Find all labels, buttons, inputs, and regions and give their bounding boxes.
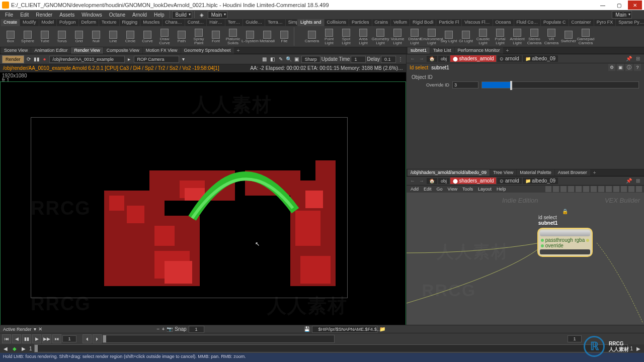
shelf-tab[interactable]: Populate C	[541, 19, 569, 26]
eyedrop-icon[interactable]: ✎	[277, 56, 284, 63]
menu-edit[interactable]: Edit	[17, 11, 32, 19]
frame-field[interactable]	[62, 335, 76, 342]
key-set-icon[interactable]: ◆	[11, 345, 18, 352]
shelf-tab[interactable]: Collisions	[325, 19, 349, 26]
plus-icon[interactable]: +	[162, 326, 165, 332]
menu-help[interactable]: Help	[151, 11, 168, 19]
tool-icon[interactable]	[560, 186, 567, 192]
tool-icon[interactable]	[545, 186, 551, 192]
color-icon[interactable]: ◧	[269, 56, 276, 63]
snap-field[interactable]: 1	[189, 326, 204, 333]
zoom-icon[interactable]: 🔍	[285, 56, 292, 63]
input-port[interactable]: passthrough	[545, 237, 573, 243]
tab-asset-browser[interactable]: Asset Browser	[555, 169, 590, 176]
add-tab-button[interactable]: +	[234, 47, 243, 54]
record-icon[interactable]: ●	[41, 56, 48, 63]
path-seg[interactable]: 📁 albedo_09	[523, 177, 558, 184]
tool-icon[interactable]	[613, 186, 619, 192]
shelf-tool-draw-curve[interactable]: Draw Curve	[156, 27, 173, 46]
shelf-tool-spray-paint[interactable]: Spray Paint	[190, 27, 207, 46]
play-button[interactable]: ▶	[32, 334, 41, 343]
shelf-tool-area-light[interactable]: Area Light	[355, 27, 372, 46]
shelf-tool-path[interactable]: Path	[173, 27, 190, 46]
path-seg[interactable]: ⬤ shaders_arnold	[450, 177, 496, 184]
shelf-tool-caustic-light[interactable]: Caustic Light	[474, 27, 492, 46]
last-frame-button[interactable]: ⏭	[52, 334, 61, 343]
remove-icon[interactable]: ✕	[38, 326, 42, 332]
shelf-tab[interactable]: Polygon	[57, 19, 78, 26]
expand-icon[interactable]: ⊞	[634, 178, 642, 184]
path-seg[interactable]: obj	[438, 56, 449, 62]
diff-icon[interactable]: ▣	[617, 64, 624, 71]
desktop-selector[interactable]: Build	[172, 11, 192, 19]
shelf-tab[interactable]: Terr…	[225, 19, 243, 26]
tab-mat-palette[interactable]: Material Palette	[517, 169, 554, 176]
home-icon[interactable]: 🏠	[427, 56, 437, 62]
shelf-tool-vr-camera[interactable]: VR Camera	[543, 27, 560, 46]
shelf-tab[interactable]: Container	[569, 19, 594, 26]
tab-render-view[interactable]: Render View	[71, 47, 103, 54]
range-end-button[interactable]: ⏵	[93, 334, 102, 343]
back-button[interactable]: ←	[409, 56, 417, 61]
shelf-tool-stereo-camera[interactable]: Stereo Camera	[526, 27, 543, 46]
dropdown-icon[interactable]: ▾	[34, 326, 36, 332]
shelf-tab-create[interactable]: Create	[1, 19, 20, 26]
shelf-tab[interactable]: Rigging	[120, 19, 140, 26]
shelf-tool-grid[interactable]: Grid	[70, 27, 88, 46]
folder-icon[interactable]: 📁	[379, 326, 385, 332]
shelf-tab[interactable]: Fluid Co…	[514, 19, 541, 26]
menu-octane[interactable]: Octane	[106, 11, 128, 19]
range-slider[interactable]	[34, 344, 628, 352]
pin-icon[interactable]: 📌	[625, 56, 633, 61]
shelf-tab[interactable]: Vellum	[391, 19, 410, 26]
tab-motion-fx[interactable]: Motion FX View	[143, 47, 181, 54]
play-back-button[interactable]: ▮▮	[22, 334, 31, 343]
path-seg[interactable]: ⊙ arnold	[497, 55, 521, 62]
camera-icon[interactable]: ▾	[180, 56, 187, 63]
fwd-button[interactable]: →	[418, 178, 426, 184]
net-menu-add[interactable]: Add	[409, 186, 421, 192]
shelf-tool-camera[interactable]: Camera	[303, 27, 320, 46]
active-render-label[interactable]: Active Render	[3, 327, 32, 332]
path-seg[interactable]: 📁 albedo_09	[523, 55, 558, 62]
shelf-tool-tube[interactable]: Tube	[36, 27, 53, 46]
shelf-tool-metaball[interactable]: Metaball	[259, 27, 276, 46]
shelf-tool-torus[interactable]: Torus	[53, 27, 70, 46]
tool-icon[interactable]	[628, 186, 634, 192]
key-prev-icon[interactable]: ◀	[2, 345, 9, 352]
shelf-tab[interactable]: Const…	[185, 19, 207, 26]
delay-field[interactable]: 0.1	[381, 56, 396, 63]
tool-icon[interactable]	[583, 186, 589, 192]
shelf-tool-curve[interactable]: Curve	[139, 27, 156, 46]
render-viewport[interactable]: ↖ RRCG 人人素材 RRCG 人人素材	[0, 81, 406, 348]
tab-anim-editor[interactable]: Animation Editor	[31, 47, 70, 54]
tool-icon[interactable]	[553, 186, 559, 192]
shelf-tool-line[interactable]: Line	[105, 27, 122, 46]
net-menu-tools[interactable]: Tools	[460, 186, 475, 192]
shelf-tool-sphere[interactable]: Sphere	[19, 27, 36, 46]
path-seg[interactable]: ⊙ arnold	[497, 177, 521, 184]
tab-composite[interactable]: Composite View	[104, 47, 142, 54]
menu-assets[interactable]: Assets	[56, 11, 77, 19]
range-start-button[interactable]: ⏴	[83, 334, 92, 343]
fwd-button[interactable]: →	[418, 56, 426, 61]
node-name-label[interactable]: subnet1	[431, 65, 449, 70]
shelf-tab-lights[interactable]: Lights and	[298, 19, 324, 26]
menu-file[interactable]: File	[2, 11, 16, 19]
settings-icon[interactable]: ⋮	[397, 56, 404, 63]
tool-icon[interactable]	[636, 186, 642, 192]
shelf-tab[interactable]: Grains	[372, 19, 391, 26]
tool-icon[interactable]	[591, 186, 597, 192]
minimize-button[interactable]: —	[596, 1, 610, 10]
refresh-icon[interactable]: ⟳	[25, 56, 32, 63]
pin-icon[interactable]: 📌	[625, 178, 633, 184]
tab-tree-view[interactable]: Tree View	[490, 169, 516, 176]
tool-icon[interactable]	[568, 186, 574, 192]
tab-subnet[interactable]: subnet1	[408, 47, 430, 54]
shelf-tool-volume-light[interactable]: Volume Light	[389, 27, 406, 46]
shelf-tab[interactable]: Model	[39, 19, 57, 26]
shelf-tab[interactable]: Rigid Bodi	[410, 19, 436, 26]
update-field[interactable]: 1	[351, 56, 366, 63]
maximize-button[interactable]: ▢	[612, 1, 626, 10]
shelf-tab[interactable]: Simpl…	[286, 19, 297, 26]
